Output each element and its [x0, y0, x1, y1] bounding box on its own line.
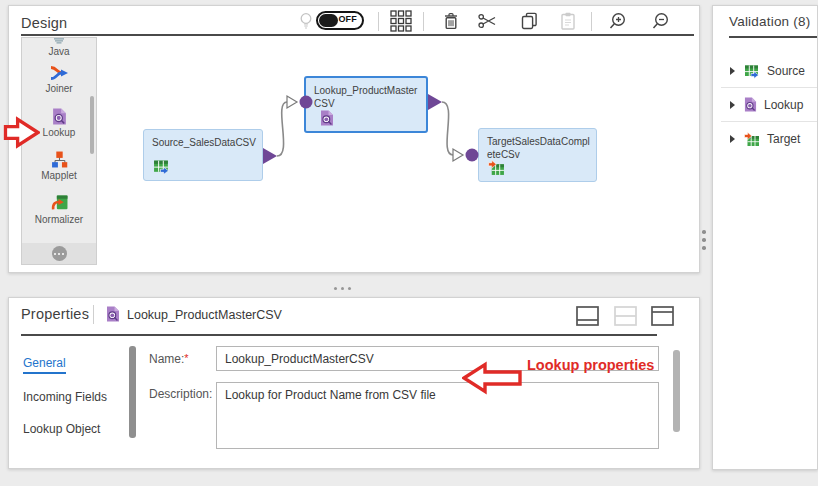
paste-icon	[555, 9, 581, 33]
expand-caret-icon[interactable]	[730, 135, 735, 143]
palette-scrollbar[interactable]	[90, 96, 94, 154]
canvas-node-target[interactable]: TargetSalesDataCompleteCSv	[478, 128, 597, 182]
palette-item-label: Joiner	[45, 83, 72, 94]
canvas-node-lookup[interactable]: Lookup_ProductMasterCSV	[304, 76, 428, 133]
tab-lookup-object[interactable]: Lookup Object	[23, 422, 100, 436]
node-label: Source_SalesDataCSV	[144, 130, 262, 149]
vertical-splitter-handle[interactable]	[702, 238, 706, 242]
node-label: TargetSalesDataCompleteCSv	[479, 129, 596, 161]
validation-item-label: Source	[767, 64, 805, 78]
design-panel: Design OFF Java Joiner Lookup Mapplet	[8, 5, 700, 273]
selected-transformation-title: Lookup_ProductMasterCSV	[127, 308, 282, 322]
properties-panel: Properties Lookup_ProductMasterCSV Gener…	[8, 297, 700, 469]
palette-item-normalizer[interactable]: Normalizer	[22, 195, 96, 225]
ellipsis-more-icon[interactable]	[52, 246, 67, 261]
delete-icon[interactable]	[438, 9, 464, 33]
properties-header-divider	[93, 305, 94, 324]
toolbar-divider	[423, 12, 424, 31]
recommendation-bulb-icon[interactable]	[296, 9, 316, 33]
target-icon	[488, 159, 505, 176]
grid-layout-icon[interactable]	[388, 9, 414, 33]
required-marker: *	[184, 352, 188, 364]
zoom-in-icon[interactable]	[605, 9, 631, 33]
properties-panel-title: Properties	[21, 306, 89, 322]
validation-item-label: Lookup	[764, 98, 803, 112]
palette-item-label: Lookup	[43, 127, 76, 138]
properties-header-underline	[21, 334, 657, 336]
java-icon	[51, 38, 67, 44]
validation-item-lookup[interactable]: Lookup	[721, 88, 817, 122]
validation-panel-title: Validation (8)	[729, 14, 810, 29]
tab-incoming-fields[interactable]: Incoming Fields	[23, 390, 107, 404]
canvas-off-toggle[interactable]: OFF	[316, 11, 364, 30]
lookup-icon	[320, 110, 334, 126]
toggle-knob-icon	[319, 14, 338, 27]
lookup-properties-annotation-arrow-icon	[461, 361, 523, 395]
normalizer-icon	[51, 195, 68, 212]
cut-scissors-icon[interactable]	[474, 9, 500, 33]
palette-item-label: Java	[48, 46, 69, 57]
name-field-label: Name:*	[149, 352, 189, 366]
palette-item-joiner[interactable]: Joiner	[22, 65, 96, 94]
palette-more-strip	[22, 243, 96, 264]
palette-item-mapplet[interactable]: Mapplet	[22, 151, 96, 181]
validation-item-target[interactable]: Target	[721, 122, 817, 156]
design-panel-title: Design	[21, 15, 67, 31]
joiner-icon	[49, 65, 69, 81]
tabs-scrollbar[interactable]	[129, 346, 136, 438]
dock-bottom-layout-icon[interactable]	[576, 306, 599, 326]
validation-panel: Validation (8) Source Lookup Target	[712, 5, 818, 470]
source-icon	[153, 158, 170, 175]
transformation-palette: Java Joiner Lookup Mapplet Normalizer	[21, 37, 97, 265]
node-label: Lookup_ProductMasterCSV	[306, 78, 426, 110]
lookup-icon	[52, 108, 67, 125]
copy-icon[interactable]	[516, 9, 542, 33]
lookup-icon	[744, 97, 757, 112]
description-input[interactable]: Lookup for Product Name from CSV file	[216, 382, 659, 449]
canvas-node-source[interactable]: Source_SalesDataCSV	[143, 129, 263, 181]
validation-item-source[interactable]: Source	[721, 54, 817, 88]
horizontal-splitter-handle[interactable]	[341, 287, 344, 290]
expand-caret-icon[interactable]	[730, 67, 735, 75]
zoom-out-icon[interactable]	[648, 9, 674, 33]
mapplet-icon	[51, 151, 68, 168]
palette-lookup-annotation-arrow-icon	[3, 116, 40, 149]
lookup-icon	[106, 306, 120, 322]
expand-caret-icon[interactable]	[730, 101, 735, 109]
split-middle-layout-icon	[614, 306, 637, 326]
target-icon	[744, 131, 760, 147]
palette-item-label: Mapplet	[41, 170, 77, 181]
description-field-label: Description:	[149, 387, 212, 401]
properties-scrollbar[interactable]	[673, 350, 680, 432]
validation-item-label: Target	[767, 132, 800, 146]
lookup-properties-annotation-text: Lookup properties	[527, 357, 654, 373]
toggle-state-label: OFF	[338, 14, 357, 24]
source-icon	[744, 63, 760, 79]
dock-top-layout-icon[interactable]	[651, 306, 674, 326]
toolbar-divider	[591, 12, 592, 31]
validation-header-underline	[729, 36, 817, 38]
toolbar-divider	[378, 12, 379, 31]
palette-item-java[interactable]: Java	[22, 38, 96, 57]
palette-item-label: Normalizer	[35, 214, 83, 225]
design-header-divider	[21, 34, 694, 36]
tab-general[interactable]: General	[23, 356, 66, 374]
